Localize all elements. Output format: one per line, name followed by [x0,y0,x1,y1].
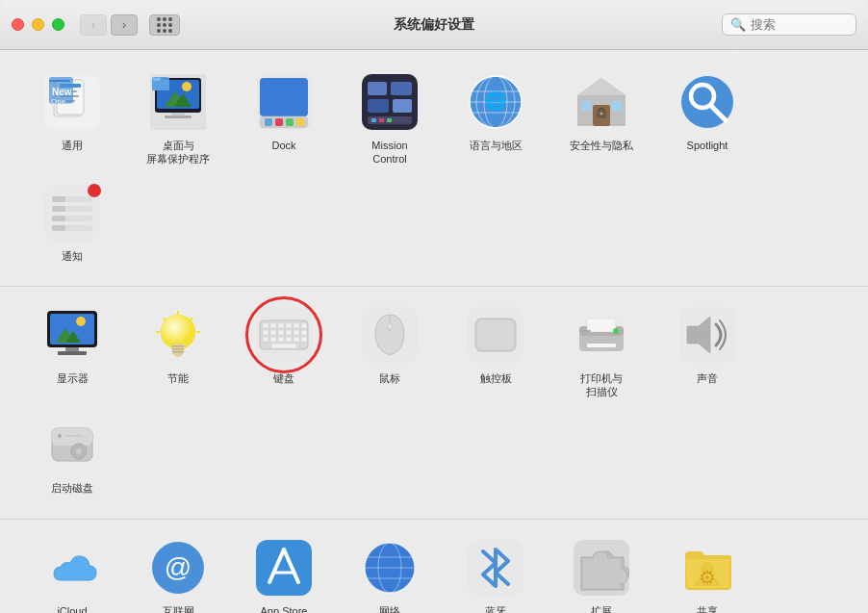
grid-view-button[interactable] [149,14,180,36]
extensions-icon-wrapper [571,537,632,599]
close-button[interactable] [12,18,24,31]
forward-button[interactable]: › [111,14,138,36]
svg-rect-73 [65,347,79,351]
pref-bluetooth[interactable]: 蓝牙 [443,529,549,613]
trackpad-icon-wrapper [465,304,526,366]
spotlight-label: Spotlight [687,139,728,152]
pref-general[interactable]: New Ope... 通用 [19,64,125,174]
bluetooth-icon [468,540,523,596]
svg-rect-115 [587,344,616,347]
pref-printer[interactable]: 打印机与扫描仪 [549,296,654,407]
language-icon-wrapper: 🌐 [465,71,526,133]
display-icon [44,307,100,363]
search-icon: 🔍 [730,17,746,32]
pref-appstore[interactable]: App Store [231,529,337,613]
svg-rect-29 [286,118,294,126]
svg-rect-19 [165,115,191,118]
startup-icon-wrapper [41,414,103,475]
trackpad-label: 触控板 [480,371,512,385]
pref-spotlight[interactable]: Spotlight [654,64,760,174]
pref-notification[interactable]: 通知 [19,174,125,270]
extensions-icon [574,540,629,596]
energy-icon-wrapper [147,304,209,366]
svg-rect-21 [152,80,169,90]
svg-rect-27 [265,118,272,126]
section-internet: iCloud @ 互联网帐户 [0,520,868,613]
svg-line-83 [164,318,166,320]
svg-rect-78 [172,348,184,350]
svg-rect-114 [587,319,616,332]
general-label: 通用 [62,139,83,152]
pref-dock[interactable]: Dock [231,64,337,174]
svg-line-81 [191,318,192,320]
svg-rect-18 [171,113,185,115]
svg-point-108 [387,323,393,329]
svg-rect-30 [296,118,304,126]
svg-rect-33 [391,82,412,95]
svg-rect-111 [477,320,514,349]
pref-sharing[interactable]: ⚙ 共享 [654,529,760,613]
svg-rect-124 [65,435,83,437]
section-personal: New Ope... 通用 [0,54,868,287]
general-icon: New Ope... [44,74,100,130]
dock-icon [256,74,312,130]
display-icon-wrapper [41,304,103,366]
notification-badge [88,184,101,197]
printer-label: 打印机与扫描仪 [580,371,623,399]
svg-point-123 [58,434,62,438]
svg-rect-77 [172,345,184,347]
sharing-icon-wrapper: ⚙ [677,537,738,599]
svg-point-122 [76,448,82,454]
pref-sound[interactable]: 声音 [654,296,760,407]
svg-text:New: New [52,87,72,97]
notification-label: 通知 [62,249,83,263]
svg-rect-38 [379,118,384,122]
minimize-button[interactable] [32,18,44,31]
general-icon-wrapper: New Ope... [41,71,103,133]
pref-display[interactable]: 显示器 [19,296,125,407]
dock-icon-wrapper [253,71,315,133]
pref-language[interactable]: 🌐 语言与地区 [443,64,549,174]
svg-rect-28 [275,118,283,126]
maximize-button[interactable] [52,18,64,31]
sharing-icon: ⚙ [679,540,735,596]
mission-label: MissionControl [371,139,407,166]
svg-rect-61 [52,196,65,202]
keyboard-highlight-ring [245,296,322,373]
pref-network[interactable]: 网络 [337,529,443,613]
printer-icon [574,307,629,363]
energy-icon [150,307,206,363]
pref-energy[interactable]: 节能 [125,296,231,407]
back-button[interactable]: ‹ [80,14,107,36]
pref-keyboard[interactable]: 键盘 [231,296,337,407]
pref-startup[interactable]: 启动磁盘 [19,406,125,502]
svg-text:🌐: 🌐 [485,90,507,112]
mission-icon-wrapper [359,71,421,133]
svg-point-72 [76,317,86,326]
pref-mouse[interactable]: 鼠标 [337,296,443,407]
svg-rect-34 [368,99,389,113]
pref-security[interactable]: 安全性与隐私 [549,64,654,174]
display-label: 显示器 [57,371,89,385]
pref-extensions[interactable]: 扩展 [549,529,654,613]
language-icon: 🌐 [468,74,523,130]
svg-marker-50 [577,78,625,95]
startup-label: 启动磁盘 [51,481,93,495]
svg-rect-53 [612,101,622,111]
section-hardware: 显示器 [0,287,868,520]
nav-buttons: ‹ › [80,14,180,36]
grid-icon [157,17,172,33]
trackpad-icon [468,307,523,363]
svg-rect-139 [583,559,620,588]
svg-rect-35 [393,99,412,113]
bluetooth-icon-wrapper [465,537,526,599]
pref-icloud[interactable]: iCloud [19,529,125,613]
search-box[interactable]: 🔍 [722,13,856,36]
pref-mission-control[interactable]: MissionControl [337,64,443,174]
svg-point-55 [600,113,603,115]
pref-internet[interactable]: @ 互联网帐户 [125,529,231,613]
search-input[interactable] [751,17,847,32]
pref-trackpad[interactable]: 触控板 [443,296,549,407]
svg-text:⚙: ⚙ [699,567,716,588]
pref-desktop[interactable]: 桌面与屏幕保护程序 [125,64,231,174]
